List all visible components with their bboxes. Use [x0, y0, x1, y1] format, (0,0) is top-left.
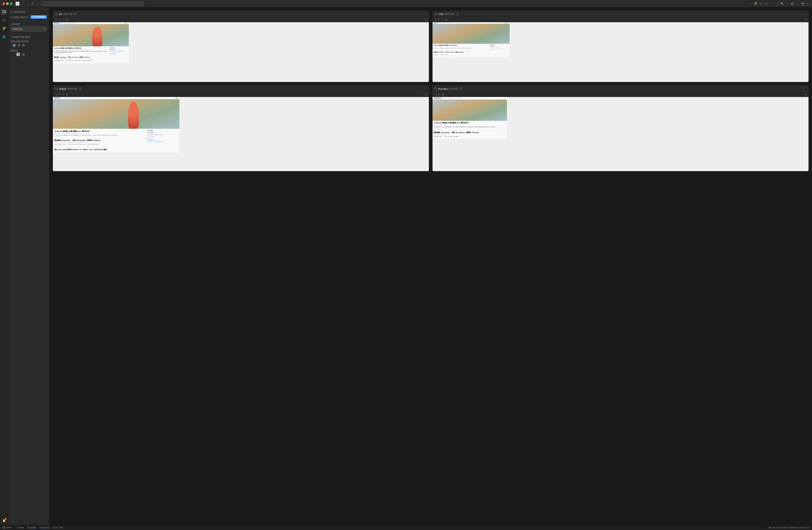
twitter-status[interactable]: 𝕏 Twitter — [15, 527, 24, 529]
fhd-fwd-btn[interactable]: ✏ — [438, 18, 440, 21]
changelog-status[interactable]: Changelog — [40, 527, 49, 529]
rail-globe-icon[interactable]: 🌐 — [1, 34, 7, 40]
wqhd-panel-header: WQHD 2560x1440 ⋮ — [53, 86, 429, 92]
windows-icon[interactable]: ⊞ — [17, 43, 20, 47]
device-filter-label: Device — [11, 49, 47, 52]
close-button[interactable] — [2, 2, 5, 5]
more-icon[interactable]: ⋯ — [796, 2, 799, 6]
wqhd-back-btn[interactable]: ◁ — [55, 93, 57, 96]
android-icon[interactable]: 🤖 — [12, 43, 16, 47]
bookmark-icon[interactable]: ☆ — [749, 2, 752, 6]
share-icon[interactable]: ↗ — [775, 2, 779, 6]
rail-settings-icon[interactable]: ⚙ — [1, 17, 7, 23]
rail-notification-icon[interactable]: 🔔 1 — [1, 518, 7, 524]
inspect-icon[interactable]: 🔍 — [780, 2, 784, 6]
ipad-loading-spinner — [460, 88, 462, 90]
layout-select-wrapper: FlexiGrid — [11, 27, 47, 31]
fhd-refresh-btn[interactable]: ↺ — [804, 18, 807, 21]
minimize-button[interactable] — [6, 2, 9, 5]
layout-select[interactable]: FlexiGrid — [11, 27, 47, 31]
active-devices-row: 11 active devices CUSTOMIZE — [11, 15, 47, 19]
layout-title: LAYOUT — [11, 23, 47, 25]
fhd-share-btn[interactable]: ↗ — [442, 18, 444, 21]
address-bar[interactable]: https://blog.puckwang.com/ — [41, 1, 144, 6]
ipad-back-btn[interactable]: ◁ — [435, 93, 436, 96]
fhd-panel-title: FHD 1920x1080 — [439, 13, 454, 15]
browser-toolbar: ☆ 🧩 ⚙ [css] 📱 ↗ 🔍 ↩ 🔊 ⋯ 📷 ✏ — [749, 2, 810, 6]
fhd-panel-header: FHD 1920x1080 ⋮ — [433, 11, 809, 17]
svg-rect-3 — [11, 11, 12, 12]
svg-rect-6 — [57, 14, 58, 15]
svg-rect-8 — [437, 14, 437, 15]
hd-loading-spinner — [74, 13, 76, 15]
ipad-panel: iPad Mini 768x1024 ⋮ ◁ ✏ ⊕ ↺ PUCK'S BLOG… — [432, 85, 809, 171]
roadmap-status[interactable]: RoadMap — [27, 527, 36, 529]
status-bar: GitHub 𝕏 Twitter RoadMap Changelog Zoom:… — [0, 525, 812, 530]
fhd-open-btn[interactable]: ⊕ — [446, 18, 448, 21]
quick-filters-section: ▽ QUICK FILTERS Operating System 🤖 ⊞ 🖥 D… — [11, 35, 47, 56]
home-button[interactable]: ⌂ — [36, 2, 39, 6]
ipad-fwd-btn[interactable]: ✏ — [438, 93, 440, 96]
pen-icon[interactable]: ✏ — [806, 2, 810, 6]
icon-rail: ⚙ 🧩 🌐 🔔 1 — [0, 8, 8, 525]
svg-rect-4 — [13, 11, 13, 12]
wqhd-fwd-btn[interactable]: ✏ — [58, 93, 60, 96]
settings-icon[interactable]: ⚙ — [759, 2, 763, 6]
ipad-open-btn[interactable]: ⊕ — [442, 93, 444, 96]
back-button[interactable]: ‹ — [22, 2, 25, 6]
hd-panel-menu-button[interactable]: ⋮ — [422, 12, 427, 16]
svg-rect-0 — [2, 11, 5, 13]
wqhd-open-btn[interactable]: ⊕ — [66, 93, 68, 96]
svg-rect-1 — [5, 11, 6, 13]
fullscreen-button[interactable] — [10, 2, 12, 5]
app-layout: ⚙ 🧩 🌐 🔔 1 DEVICES 11 active devices CUST… — [0, 8, 812, 525]
camera-icon[interactable]: 📷 — [801, 2, 805, 6]
hd-back-btn[interactable]: ◁ — [55, 18, 57, 21]
quick-filters-title: ▽ QUICK FILTERS — [11, 35, 47, 38]
github-status[interactable]: GitHub — [2, 527, 12, 529]
fhd-panel-toolbar: ◁ ✏ ↗ ⊕ ↺ — [433, 17, 809, 22]
refresh-icon[interactable]: ↩ — [786, 2, 789, 6]
ipad-refresh-btn[interactable]: ↺ — [804, 93, 807, 96]
tablet-icon[interactable]: ⬜ — [16, 53, 20, 56]
monitor-icon[interactable]: 🖥 — [22, 53, 25, 56]
responsive-icon[interactable]: 📱 — [770, 2, 774, 6]
hd-share-btn[interactable]: ↗ — [62, 18, 64, 21]
desktop-icon[interactable]: 🖥 — [22, 43, 25, 47]
wqhd-share-btn[interactable]: ↗ — [62, 93, 64, 96]
rail-extension-icon[interactable]: 🧩 — [1, 26, 7, 31]
rail-responsive-icon[interactable] — [1, 9, 7, 15]
customize-button[interactable]: CUSTOMIZE — [30, 15, 47, 19]
devices-section-icon — [11, 11, 13, 13]
hd-panel: HD 1366x768 ⋮ ◁ ✏ ↗ ⊕ ↺ PUCK'S BLOG — [53, 11, 429, 82]
wqhd-refresh-btn[interactable]: ↺ — [425, 93, 427, 96]
ipad-panel-header: iPad Mini 768x1024 ⋮ — [433, 86, 809, 92]
reload-button[interactable]: ↺ — [30, 2, 34, 6]
wqhd-panel-menu-button[interactable]: ⋮ — [422, 87, 427, 91]
hd-panel-title: HD 1366x768 — [59, 13, 72, 15]
hd-open-btn[interactable]: ⊕ — [66, 18, 68, 21]
filter-icon: ▽ — [11, 35, 12, 38]
hd-fwd-btn[interactable]: ✏ — [58, 18, 60, 21]
forward-button[interactable]: › — [26, 2, 29, 6]
ipad-panel-title: iPad Mini 768x1024 — [438, 88, 458, 90]
wqhd-panel-toolbar: ◁ ✏ ↗ ⊕ ↺ — [53, 92, 429, 97]
audio-icon[interactable]: 🔊 — [790, 2, 795, 6]
hd-refresh-btn[interactable]: ↺ — [425, 18, 427, 21]
fhd-back-btn[interactable]: ◁ — [435, 18, 436, 21]
active-devices-count: 11 active devices — [11, 16, 28, 18]
fhd-panel-menu-button[interactable]: ⋮ — [801, 12, 807, 16]
ipad-panel-menu-button[interactable]: ⋮ — [801, 87, 807, 91]
devices-section: DEVICES 11 active devices CUSTOMIZE — [11, 11, 47, 19]
collective-message: We are now on Open Collective! Check it … — [769, 527, 810, 529]
fhd-loading-spinner — [456, 13, 459, 15]
svg-rect-7 — [435, 13, 437, 15]
extension-icon[interactable]: 🧩 — [753, 2, 758, 6]
phone-portrait-icon[interactable]: 📱 — [11, 53, 15, 56]
ipad-panel-toolbar: ◁ ✏ ⊕ ↺ — [433, 92, 809, 97]
fhd-panel: FHD 1920x1080 ⋮ ◁ ✏ ↗ ⊕ ↺ PUCK'S BLOG Ho… — [432, 11, 809, 82]
devices-title: DEVICES — [11, 11, 47, 13]
wqhd-panel: WQHD 2560x1440 ⋮ ◁ ✏ ↗ ⊕ ↺ PUCK'S BLOG H… — [53, 85, 429, 171]
layout-section: LAYOUT FlexiGrid — [11, 23, 47, 31]
svg-point-12 — [435, 89, 436, 90]
